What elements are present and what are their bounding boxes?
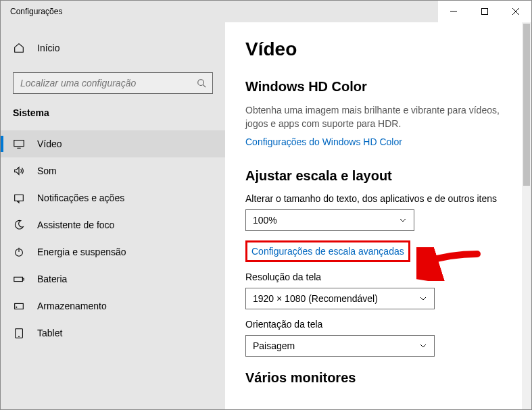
sidebar-item-tablet[interactable]: Tablet (1, 319, 225, 347)
monitor-icon (13, 138, 25, 150)
battery-icon (13, 273, 25, 285)
storage-icon (13, 300, 25, 312)
svg-rect-12 (22, 278, 24, 280)
sidebar-item-label: Armazenamento (37, 301, 107, 311)
orientation-combo[interactable]: Paisagem (245, 335, 435, 357)
sidebar-item-sound[interactable]: Som (1, 157, 225, 184)
tablet-icon (13, 327, 25, 339)
resolution-value: 1920 × 1080 (Recomendável) (253, 293, 378, 304)
section-label: Sistema (1, 107, 225, 130)
scrollbar[interactable] (522, 22, 531, 409)
scrollbar-thumb[interactable] (523, 24, 530, 186)
sidebar-item-power[interactable]: Energia e suspensão (1, 238, 225, 265)
sidebar-item-label: Assistente de foco (37, 220, 114, 230)
resolution-combo[interactable]: 1920 × 1080 (Recomendável) (245, 288, 435, 309)
search-box[interactable] (13, 72, 213, 94)
chevron-down-icon (399, 216, 407, 224)
sidebar-item-storage[interactable]: Armazenamento (1, 292, 225, 319)
svg-line-5 (203, 85, 206, 88)
sidebar-item-label: Bateria (37, 274, 67, 284)
scale-size-value: 100% (253, 215, 277, 226)
notification-icon (13, 192, 25, 204)
scale-size-label: Alterar o tamanho do texto, dos aplicati… (245, 193, 502, 204)
sidebar-item-label: Vídeo (37, 138, 62, 149)
sidebar-item-label: Som (37, 165, 57, 176)
scale-heading: Ajustar escala e layout (245, 168, 502, 184)
sidebar-item-notifications[interactable]: Notificações e ações (1, 184, 225, 211)
maximize-button[interactable] (469, 1, 500, 22)
hd-color-link[interactable]: Configurações do Windows HD Color (245, 136, 402, 147)
sidebar-item-video[interactable]: Vídeo (1, 130, 225, 157)
page-title: Vídeo (245, 39, 502, 60)
svg-rect-13 (15, 303, 24, 309)
scale-size-combo[interactable]: 100% (245, 209, 414, 231)
home-label: Início (37, 43, 59, 53)
home-icon (13, 42, 25, 54)
window-title: Configurações (1, 7, 438, 16)
svg-rect-1 (482, 9, 488, 15)
hd-color-desc: Obtenha uma imagem mais brilhante e vibr… (245, 104, 502, 130)
sound-icon (13, 165, 25, 177)
content-pane: Vídeo Windows HD Color Obtenha uma image… (225, 22, 531, 409)
chevron-down-icon (419, 294, 427, 303)
hd-color-heading: Windows HD Color (245, 79, 502, 95)
sidebar: Início Sistema Vídeo Som (1, 22, 225, 409)
svg-point-14 (16, 307, 17, 307)
chevron-down-icon (419, 342, 427, 350)
power-icon (13, 246, 25, 258)
svg-point-4 (198, 80, 204, 86)
sidebar-item-label: Notificações e ações (37, 193, 124, 203)
sidebar-item-label: Energia e suspensão (37, 247, 126, 257)
sidebar-item-label: Tablet (37, 328, 62, 338)
search-icon (191, 78, 212, 88)
sidebar-item-focus[interactable]: Assistente de foco (1, 211, 225, 238)
advanced-scaling-link[interactable]: Configurações de escala avançadas (251, 246, 404, 257)
titlebar: Configurações (1, 1, 531, 22)
svg-rect-8 (15, 195, 24, 201)
sidebar-item-battery[interactable]: Bateria (1, 265, 225, 292)
search-input[interactable] (14, 78, 191, 88)
svg-rect-11 (14, 277, 23, 281)
close-button[interactable] (500, 1, 531, 22)
home-nav[interactable]: Início (1, 36, 225, 60)
resolution-label: Resolução da tela (245, 272, 502, 282)
orientation-value: Paisagem (253, 340, 295, 351)
multi-monitor-heading: Vários monitores (245, 370, 502, 386)
annotation-highlight: Configurações de escala avançadas (245, 240, 410, 262)
svg-rect-6 (14, 140, 24, 147)
minimize-button[interactable] (438, 1, 469, 22)
orientation-label: Orientação da tela (245, 319, 502, 330)
moon-icon (13, 219, 25, 231)
